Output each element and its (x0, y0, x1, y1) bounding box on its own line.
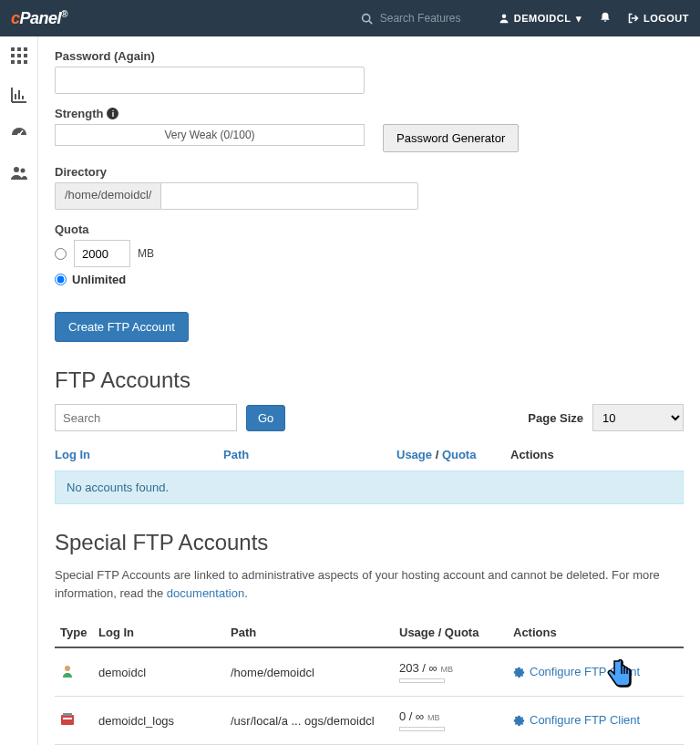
documentation-link[interactable]: documentation (167, 586, 244, 600)
special-desc: Special FTP Accounts are linked to admin… (55, 566, 684, 602)
gear-icon (513, 666, 525, 678)
row-login: demoidcl_logs (93, 697, 225, 745)
row-path: /home/demoidcl (225, 647, 394, 697)
svg-point-21 (65, 666, 70, 671)
svg-point-0 (362, 14, 369, 21)
grid-icon (11, 47, 27, 64)
configure-ftp-link[interactable]: Configure FTP Client (513, 665, 640, 678)
stats-icon (11, 87, 27, 103)
usage-bar (399, 678, 445, 683)
svg-rect-6 (11, 54, 15, 57)
gear-icon (513, 714, 525, 726)
col-path[interactable]: Path (223, 448, 249, 461)
user-name: DEMOIDCL (514, 13, 571, 24)
password-generator-button[interactable]: Password Generator (383, 124, 519, 152)
sp-col-usage: Usage / Quota (394, 618, 508, 647)
strength-label: Strength i (55, 107, 684, 120)
main-content: Password (Again) Strength i Very Weak (0… (38, 36, 700, 745)
quota-value-input[interactable] (74, 240, 130, 267)
users-icon (10, 165, 28, 181)
user-icon (499, 13, 510, 24)
accounts-search-go[interactable]: Go (246, 405, 285, 431)
info-icon[interactable]: i (107, 108, 118, 119)
row-login: demoidcl (93, 647, 225, 697)
caret-down-icon: ▾ (576, 13, 582, 25)
logout-button[interactable]: LOGOUT (628, 13, 689, 24)
svg-rect-22 (61, 715, 74, 725)
user-menu[interactable]: DEMOIDCL ▾ (499, 13, 582, 25)
quota-unlimited-radio[interactable] (55, 274, 67, 285)
accounts-search-input[interactable] (55, 404, 237, 431)
feature-search-input[interactable] (380, 12, 480, 25)
nav-dashboard[interactable] (10, 126, 28, 145)
create-ftp-button[interactable]: Create FTP Account (55, 312, 189, 342)
nav-users[interactable] (10, 165, 28, 184)
sp-col-login: Log In (93, 618, 225, 647)
log-type-icon (60, 712, 75, 727)
gauge-icon (10, 126, 28, 142)
special-accounts-table: Type Log In Path Usage / Quota Actions d… (55, 618, 684, 745)
sp-col-actions: Actions (508, 618, 684, 647)
row-path: /usr/local/a ... ogs/demoidcl (225, 697, 394, 745)
svg-rect-24 (63, 718, 72, 719)
quota-limited-radio[interactable] (55, 248, 67, 260)
notifications-button[interactable] (599, 11, 612, 26)
side-nav (0, 36, 38, 745)
svg-rect-10 (17, 60, 21, 64)
unlimited-label: Unlimited (72, 273, 126, 286)
svg-rect-7 (17, 54, 21, 57)
logout-icon (628, 13, 639, 24)
quota-unit: MB (138, 247, 154, 260)
svg-rect-5 (24, 47, 27, 51)
col-usage[interactable]: Usage (396, 448, 432, 461)
svg-rect-9 (11, 60, 15, 64)
configure-ftp-link[interactable]: Configure FTP Client (513, 713, 640, 727)
svg-point-2 (502, 15, 507, 19)
svg-rect-3 (11, 47, 15, 51)
usage-bar (399, 727, 445, 731)
cpanel-logo: cPanel® (11, 9, 67, 28)
top-bar: cPanel® DEMOIDCL ▾ LOGOUT (0, 0, 700, 36)
password-again-label: Password (Again) (55, 49, 684, 63)
feature-search[interactable] (361, 12, 480, 25)
svg-point-20 (20, 169, 25, 173)
col-actions: Actions (510, 448, 684, 461)
svg-rect-23 (63, 713, 72, 716)
directory-input[interactable] (160, 182, 418, 210)
svg-rect-8 (24, 54, 27, 57)
col-login[interactable]: Log In (55, 448, 90, 461)
sp-col-path: Path (225, 618, 394, 647)
user-type-icon (60, 664, 75, 678)
page-size-label: Page Size (528, 411, 583, 425)
nav-stats[interactable] (11, 87, 27, 106)
no-accounts-message: No accounts found. (55, 471, 684, 504)
svg-rect-4 (17, 47, 21, 51)
strength-meter: Very Weak (0/100) (55, 124, 365, 146)
directory-prefix: /home/demoidcl/ (55, 182, 160, 210)
nav-apps[interactable] (11, 47, 27, 67)
table-row: demoidcl_logs /usr/local/a ... ogs/demoi… (55, 697, 684, 745)
col-quota[interactable]: Quota (442, 448, 477, 461)
table-row: demoidcl /home/demoidcl 203 / ∞ MB Confi… (55, 647, 684, 697)
svg-rect-11 (24, 60, 27, 64)
quota-label: Quota (55, 222, 684, 236)
password-again-input[interactable] (55, 67, 365, 94)
directory-label: Directory (55, 165, 684, 179)
page-size-select[interactable]: 10 (592, 404, 684, 431)
special-ftp-heading: Special FTP Accounts (55, 530, 684, 555)
sp-col-type: Type (55, 618, 93, 647)
svg-line-1 (369, 20, 372, 23)
svg-point-19 (14, 167, 19, 172)
bell-icon (599, 11, 612, 24)
ftp-accounts-heading: FTP Accounts (55, 367, 684, 393)
search-icon (361, 13, 373, 25)
